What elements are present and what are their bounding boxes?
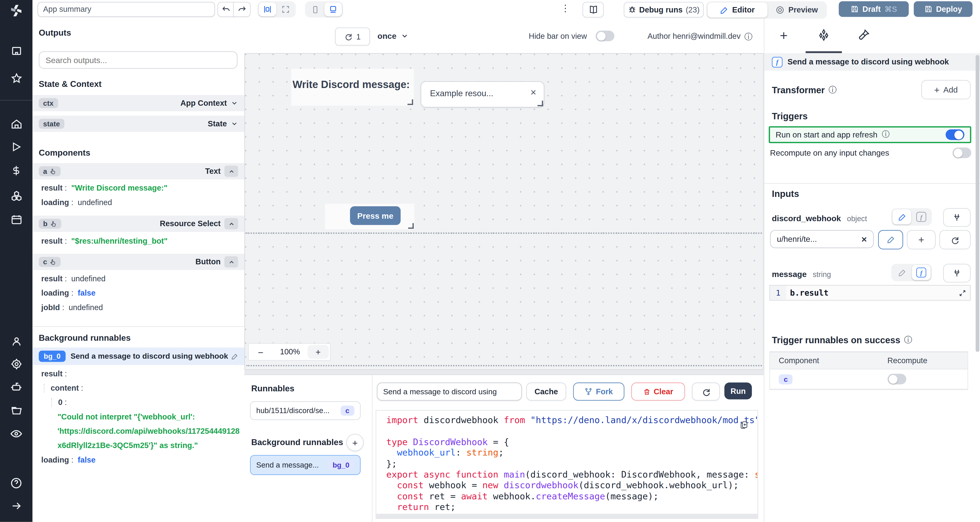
resource-select-component[interactable]: Example resou... ×: [421, 81, 544, 108]
tab-insert-plus-icon[interactable]: [778, 30, 789, 41]
component-c-badge[interactable]: c: [779, 374, 793, 384]
zoom-out-button[interactable]: −: [249, 347, 273, 357]
chevron-down-icon[interactable]: [231, 99, 238, 107]
workspace-icon[interactable]: [0, 43, 32, 59]
collapse-c-button[interactable]: [224, 256, 238, 268]
arg2-connect-plug-button[interactable]: [943, 264, 970, 283]
interval-value: once: [377, 31, 396, 41]
expand-editor-icon[interactable]: [959, 289, 966, 296]
text-component[interactable]: Write Discord message:: [291, 69, 414, 106]
run-button[interactable]: Run: [724, 382, 752, 399]
resize-handle[interactable]: [407, 99, 413, 105]
bg0-row[interactable]: bg_0 Send a message to discord using web…: [32, 347, 244, 365]
mobile-view-button[interactable]: [306, 3, 324, 16]
refresh-resources-button[interactable]: [939, 230, 971, 249]
info-icon[interactable]: ⓘ: [744, 31, 752, 43]
info-icon[interactable]: ⓘ: [882, 129, 889, 140]
collapse-b-button[interactable]: [224, 218, 238, 229]
runnable-item-hub[interactable]: hub/1511/discord/se... c: [250, 401, 361, 420]
static-pencil-mode-button[interactable]: [892, 265, 911, 280]
component-row-b[interactable]: b Resource Select: [32, 216, 244, 232]
output-row-state[interactable]: state State: [32, 116, 244, 132]
clear-resource-x-icon[interactable]: ×: [861, 234, 867, 244]
full-width-layout-button[interactable]: [277, 3, 294, 16]
hide-bar-toggle[interactable]: [596, 30, 614, 41]
variables-icon[interactable]: [0, 162, 32, 179]
schedules-icon[interactable]: [0, 211, 32, 228]
bg0-error-line3: x6dRlyll2z1Be-3QC5m25'}" as string.": [57, 441, 198, 450]
edit-resource-pencil-button[interactable]: [878, 230, 903, 249]
interval-dropdown[interactable]: once: [377, 31, 409, 41]
debug-runs-button[interactable]: Debug runs (23): [624, 2, 704, 18]
tab-preview[interactable]: Preview: [768, 3, 826, 18]
fork-button[interactable]: Fork: [573, 382, 624, 401]
add-background-runnable-button[interactable]: +: [346, 434, 364, 451]
edit-pencil-icon[interactable]: [231, 353, 238, 360]
button-component-container[interactable]: Press me: [325, 204, 414, 229]
bg0-badge: bg_0: [39, 351, 65, 362]
add-transformer-button[interactable]: +Add: [921, 80, 971, 99]
runnable-item-bg0-selected[interactable]: Send a message... bg_0: [250, 455, 361, 475]
desktop-view-button[interactable]: [325, 3, 342, 16]
chevron-down-icon[interactable]: [231, 120, 238, 127]
reload-script-button[interactable]: [692, 382, 720, 401]
app-canvas[interactable]: Write Discord message: Example resou... …: [244, 53, 764, 370]
info-icon[interactable]: ⓘ: [829, 84, 837, 96]
clear-selection-x-icon[interactable]: ×: [530, 87, 536, 98]
press-me-button[interactable]: Press me: [350, 206, 401, 225]
deploy-button[interactable]: Deploy: [914, 2, 972, 17]
resources-icon[interactable]: [0, 188, 32, 204]
favorites-star-icon[interactable]: [0, 70, 32, 86]
app-summary-input[interactable]: [37, 2, 215, 17]
canvas-scrollbar-track[interactable]: [244, 370, 764, 374]
component-row-c[interactable]: c Button: [32, 254, 244, 270]
info-icon[interactable]: ⓘ: [904, 334, 912, 346]
message-expr-editor[interactable]: 1 b.result: [770, 285, 971, 301]
resize-handle[interactable]: [408, 223, 414, 229]
kebab-menu-icon[interactable]: ⋮: [560, 3, 570, 14]
collapse-rail-arrow-icon[interactable]: [0, 498, 32, 514]
settings-gear-icon[interactable]: [0, 356, 32, 372]
arg1-connect-plug-button[interactable]: [943, 208, 970, 227]
script-name-input[interactable]: [377, 382, 522, 401]
right-panel-scrollbar[interactable]: [976, 55, 980, 352]
tab-settings-diamonds-icon[interactable]: [818, 29, 830, 41]
refresh-count-button[interactable]: 1: [335, 27, 370, 46]
code-editor[interactable]: import discordwebhook from "https://deno…: [375, 410, 758, 519]
rail-divider: [0, 100, 32, 101]
tab-editor[interactable]: Editor: [708, 3, 767, 18]
tab-styling-brush-icon[interactable]: [858, 29, 870, 41]
user-icon[interactable]: [0, 333, 32, 349]
eval-f-mode-button[interactable]: f: [912, 209, 931, 224]
static-pencil-mode-button[interactable]: [892, 209, 911, 224]
eval-f-mode-button[interactable]: f: [912, 265, 931, 280]
recompute-toggle[interactable]: [953, 148, 971, 158]
output-row-ctx[interactable]: ctx App Context: [32, 95, 244, 111]
collapse-a-button[interactable]: [224, 166, 238, 177]
folders-icon[interactable]: [0, 403, 32, 419]
undo-button[interactable]: [218, 2, 235, 17]
draft-button[interactable]: Draft ⌘S: [839, 2, 909, 17]
resource-value-input[interactable]: u/henri/te... ×: [770, 230, 873, 248]
zoom-in-button[interactable]: +: [308, 345, 329, 359]
recompute-c-toggle[interactable]: [888, 374, 906, 385]
bounded-layout-button[interactable]: [259, 3, 276, 16]
create-resource-plus-button[interactable]: +: [907, 230, 936, 249]
copy-code-icon[interactable]: [740, 420, 749, 430]
recompute-label: Recompute on any input changes: [770, 148, 889, 158]
workers-robot-icon[interactable]: [0, 379, 32, 395]
help-icon[interactable]: [0, 475, 32, 492]
windmill-logo[interactable]: [0, 3, 32, 19]
run-on-start-toggle[interactable]: [945, 129, 964, 140]
docs-book-button[interactable]: [582, 2, 604, 18]
cache-button[interactable]: Cache: [526, 382, 566, 401]
clear-button[interactable]: Clear: [631, 382, 685, 401]
code-horizontal-scrollbar[interactable]: [376, 514, 758, 518]
redo-button[interactable]: [233, 2, 251, 17]
audit-eye-icon[interactable]: [0, 426, 32, 442]
runs-icon[interactable]: [0, 139, 32, 155]
resize-handle[interactable]: [538, 101, 543, 107]
search-outputs-input[interactable]: [39, 51, 237, 69]
home-icon[interactable]: [0, 116, 32, 132]
component-row-a[interactable]: a Text: [32, 163, 244, 180]
